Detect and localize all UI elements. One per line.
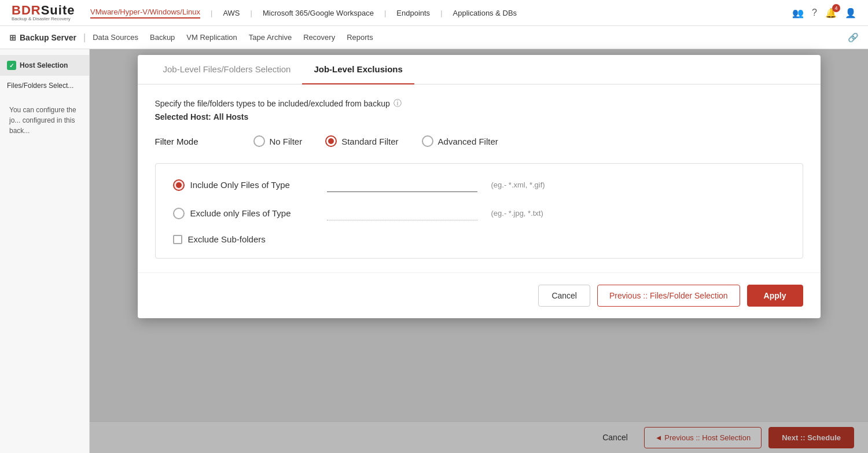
sidebar-item-host-selection[interactable]: ✓ Host Selection [0,55,89,76]
nav-link-endpoints[interactable]: Endpoints [396,9,430,17]
radio-exclude-only[interactable]: Exclude only Files of Type [173,208,318,219]
exclude-only-row: Exclude only Files of Type (eg.- *.jpg, … [173,206,785,220]
include-only-row: Include Only Files of Type (eg.- *.xml, … [173,178,785,192]
filter-mode-label: Filter Mode [155,137,230,146]
radio-no-filter-btn[interactable] [253,135,265,147]
nav-item-backup[interactable]: Backup [150,33,175,42]
nav-item-recovery[interactable]: Recovery [303,33,335,42]
modal-body: Specify the file/folders types to be inc… [138,84,821,272]
logo-sub: Backup & Disaster Recovery [12,17,81,21]
help-icon[interactable]: ? [812,8,817,18]
nav-right: 👥 ? 🔔 4 👤 [792,8,856,19]
nav-link-m365[interactable]: Microsoft 365/Google Workspace [263,9,374,17]
exclude-subfolders-checkbox-wrap[interactable]: Exclude Sub-folders [173,234,266,244]
second-nav-sep: | [83,32,86,43]
exclude-subfolders-checkbox[interactable] [173,235,182,244]
external-link-icon[interactable]: 🔗 [848,32,859,43]
main-layout: ✓ Host Selection Files/Folders Select...… [0,49,868,453]
selected-host-label: Selected Host: [155,112,211,121]
nav-sep-1: | [211,9,212,17]
exclude-only-hint: (eg.- *.jpg, *.txt) [491,209,543,218]
user-icon[interactable]: 👤 [845,8,856,19]
radio-advanced-filter-label: Advanced Filter [438,137,498,146]
sidebar-files-label: Files/Folders Select... [7,82,73,90]
nav-link-vmware[interactable]: VMware/Hyper-V/Windows/Linux [90,8,200,19]
users-icon: 👥 [792,8,804,19]
sidebar: ✓ Host Selection Files/Folders Select...… [0,49,90,453]
exclude-only-label: Exclude only Files of Type [190,208,318,218]
sidebar-info-text: You can configure the jo... configured i… [0,95,89,145]
tab-job-level-exclusions[interactable]: Job-Level Exclusions [302,55,414,84]
nav-sep-4: | [440,9,442,17]
sidebar-host-label: Host Selection [20,61,68,69]
include-only-hint: (eg.- *.xml, *.gif) [491,181,545,189]
radio-no-filter-label: No Filter [270,137,303,146]
modal: Job-Level Files/Folders Selection Job-Le… [138,55,821,318]
backup-server-nav[interactable]: ⊞ Backup Server [9,33,76,42]
radio-no-filter[interactable]: No Filter [253,135,303,147]
backup-server-label: Backup Server [20,33,76,42]
logo: BDRSuite Backup & Disaster Recovery [12,4,81,21]
second-nav: ⊞ Backup Server | Data Sources Backup VM… [0,26,868,49]
info-icon: ⓘ [393,98,402,109]
check-icon: ✓ [7,61,16,70]
prev-files-folder-button[interactable]: Previous :: Files/Folder Selection [597,285,740,307]
nav-item-tape[interactable]: Tape Archive [249,33,292,42]
modal-footer: Cancel Previous :: Files/Folder Selectio… [138,272,821,318]
notification-wrap[interactable]: 🔔 4 [825,8,837,19]
modal-tabs: Job-Level Files/Folders Selection Job-Le… [138,55,821,84]
grid-icon: ⊞ [9,33,16,42]
exclude-only-input[interactable] [327,206,477,220]
exclude-subfolders-row: Exclude Sub-folders [173,234,785,244]
modal-description: Specify the file/folders types to be inc… [155,98,803,109]
apply-button[interactable]: Apply [747,285,803,307]
include-only-label: Include Only Files of Type [190,180,318,190]
radio-advanced-filter[interactable]: Advanced Filter [422,135,498,147]
radio-include-btn[interactable] [173,179,185,191]
radio-standard-filter-btn[interactable] [325,135,337,147]
radio-include-only[interactable]: Include Only Files of Type [173,179,318,191]
include-only-input[interactable] [327,178,477,192]
second-nav-items: Data Sources Backup VM Replication Tape … [93,33,373,42]
radio-standard-filter-inner [328,138,334,144]
nav-links: VMware/Hyper-V/Windows/Linux | AWS | Mic… [90,8,783,19]
top-nav: BDRSuite Backup & Disaster Recovery VMwa… [0,0,868,26]
nav-item-datasources[interactable]: Data Sources [93,33,138,42]
filter-mode-row: Filter Mode No Filter Standard Filter [155,135,803,147]
radio-standard-filter[interactable]: Standard Filter [325,135,398,147]
nav-sep-2: | [251,9,252,17]
nav-link-aws[interactable]: AWS [223,9,240,17]
exclude-subfolders-label: Exclude Sub-folders [188,234,266,244]
radio-advanced-filter-btn[interactable] [422,135,433,147]
logo-text: BDRSuite [12,4,81,17]
radio-exclude-btn[interactable] [173,208,185,219]
tab-job-level-files[interactable]: Job-Level Files/Folders Selection [152,55,303,84]
modal-host-info: Selected Host: All Hosts [155,112,803,121]
nav-link-apps[interactable]: Applications & DBs [453,9,517,17]
content-area: Job-Level Files/Folders Selection Job-Le… [90,49,868,453]
notification-badge: 4 [832,4,840,12]
nav-item-replication[interactable]: VM Replication [186,33,237,42]
second-nav-right: 🔗 [848,32,859,43]
radio-standard-filter-label: Standard Filter [341,137,398,146]
selected-host-value: All Hosts [214,112,249,121]
nav-sep-3: | [384,9,386,17]
cancel-button[interactable]: Cancel [538,285,590,307]
modal-overlay: Job-Level Files/Folders Selection Job-Le… [90,49,868,453]
radio-include-inner [176,182,182,188]
sidebar-item-files-folders[interactable]: Files/Folders Select... [0,76,89,95]
filter-options-box: Include Only Files of Type (eg.- *.xml, … [155,163,803,259]
nav-item-reports[interactable]: Reports [347,33,373,42]
